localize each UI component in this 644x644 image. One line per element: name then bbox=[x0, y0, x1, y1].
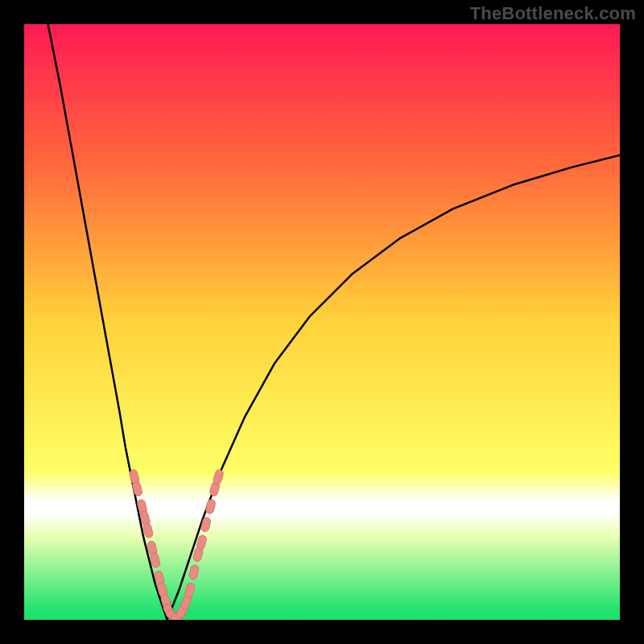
chart-frame: TheBottleneck.com bbox=[0, 0, 644, 644]
bottleneck-chart bbox=[24, 24, 620, 620]
svg-rect-0 bbox=[24, 24, 620, 620]
watermark-text: TheBottleneck.com bbox=[470, 3, 636, 24]
plot-area bbox=[24, 24, 620, 620]
